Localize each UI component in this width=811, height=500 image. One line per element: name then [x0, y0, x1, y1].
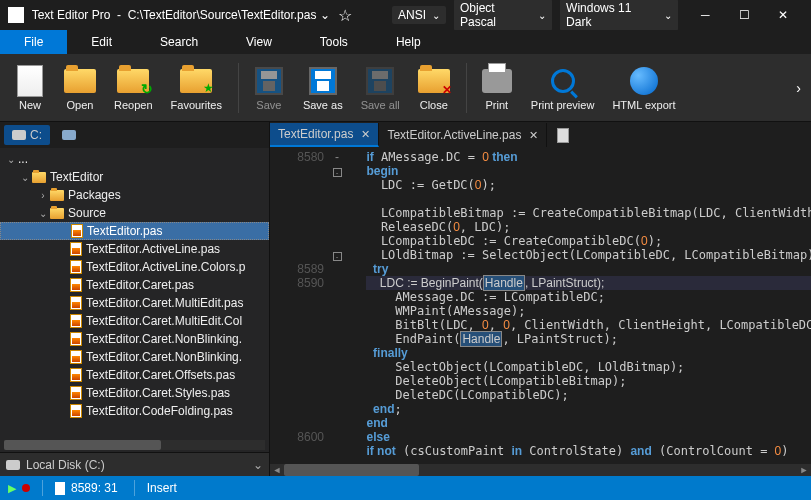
pascal-file-icon: [71, 224, 83, 238]
folder-icon: [50, 208, 64, 219]
tree-file[interactable]: TextEditor.pas: [0, 222, 269, 240]
save-all-icon: [366, 67, 394, 95]
save-as-button[interactable]: Save as: [295, 63, 351, 113]
folder-open-icon: [64, 69, 96, 93]
app-title: Text Editor Pro - C:\TextEditor\Source\T…: [32, 8, 317, 22]
tree-file[interactable]: TextEditor.Caret.pas: [0, 276, 269, 294]
tree-file[interactable]: TextEditor.CodeFolding.pas: [0, 402, 269, 420]
folder-icon: [50, 190, 64, 201]
editor-tab-2[interactable]: TextEditor.ActiveLine.pas✕: [379, 123, 547, 147]
globe-icon: [630, 67, 658, 95]
drive-bar[interactable]: Local Disk (C:) ⌄: [0, 452, 269, 476]
print-button[interactable]: Print: [473, 63, 521, 113]
maximize-button[interactable]: ☐: [725, 0, 764, 30]
new-page-icon: [557, 128, 569, 143]
menu-search[interactable]: Search: [136, 30, 222, 54]
tree-file[interactable]: TextEditor.Caret.MultiEdit.Col: [0, 312, 269, 330]
code-editor[interactable]: 8580 85898590 8600 -- - if AMessage.DC =…: [270, 148, 811, 476]
printer-icon: [482, 69, 512, 93]
other-tab[interactable]: [54, 127, 88, 143]
html-export-button[interactable]: HTML export: [604, 63, 683, 113]
folder-close-icon: [418, 69, 450, 93]
save-icon: [255, 67, 283, 95]
pascal-file-icon: [70, 350, 82, 364]
record-icon[interactable]: [22, 484, 30, 492]
tree-file[interactable]: TextEditor.ActiveLine.Colors.p: [0, 258, 269, 276]
pascal-file-icon: [70, 332, 82, 346]
favourites-button[interactable]: Favourites: [163, 63, 230, 113]
editor-tabs: TextEditor.pas✕ TextEditor.ActiveLine.pa…: [270, 122, 811, 148]
code-area[interactable]: if AMessage.DC = 0 then begin LDC := Get…: [344, 148, 811, 476]
chevron-down-icon[interactable]: ⌄: [253, 458, 263, 472]
menubar: File Edit Search View Tools Help: [0, 30, 811, 54]
tree-folder-source[interactable]: ⌄Source: [0, 204, 269, 222]
save-button: Save: [245, 63, 293, 113]
ribbon: New Open Reopen Favourites Save Save as …: [0, 54, 811, 122]
side-tabs: C:: [0, 122, 269, 148]
tree-folder-root[interactable]: ⌄TextEditor: [0, 168, 269, 186]
statusbar: ▶ 8589: 31 Insert: [0, 476, 811, 500]
favourite-star-icon[interactable]: ☆: [338, 6, 352, 25]
file-tree[interactable]: ⌄... ⌄TextEditor ›Packages ⌄Source TextE…: [0, 148, 269, 452]
open-button[interactable]: Open: [56, 63, 104, 113]
tree-file[interactable]: TextEditor.Caret.NonBlinking.: [0, 330, 269, 348]
close-tab-icon[interactable]: ✕: [529, 129, 538, 142]
print-preview-button[interactable]: Print preview: [523, 63, 603, 113]
menu-tools[interactable]: Tools: [296, 30, 372, 54]
minimize-button[interactable]: ─: [686, 0, 725, 30]
pascal-file-icon: [70, 368, 82, 382]
close-tab-icon[interactable]: ✕: [361, 128, 370, 141]
page-icon: [55, 482, 65, 495]
pascal-file-icon: [70, 314, 82, 328]
editor-tab-1[interactable]: TextEditor.pas✕: [270, 123, 379, 147]
pascal-file-icon: [70, 242, 82, 256]
panel-icon: [62, 130, 76, 140]
titlebar: Text Editor Pro - C:\TextEditor\Source\T…: [0, 0, 811, 30]
menu-file[interactable]: File: [0, 30, 67, 54]
new-file-icon: [17, 65, 43, 97]
pascal-file-icon: [70, 386, 82, 400]
side-panel: C: ⌄... ⌄TextEditor ›Packages ⌄Source Te…: [0, 122, 270, 476]
drive-icon: [6, 460, 20, 470]
drive-icon: [12, 130, 26, 140]
pascal-file-icon: [70, 260, 82, 274]
save-all-button: Save all: [353, 63, 408, 113]
save-as-icon: [309, 67, 337, 95]
menu-edit[interactable]: Edit: [67, 30, 136, 54]
tree-file[interactable]: TextEditor.Caret.Styles.pas: [0, 384, 269, 402]
tree-root-sep[interactable]: ⌄...: [0, 150, 269, 168]
tree-file[interactable]: TextEditor.Caret.NonBlinking.: [0, 348, 269, 366]
app-icon: [8, 7, 24, 23]
encoding-combo[interactable]: ANSI⌄: [392, 6, 446, 24]
tree-hscroll[interactable]: [4, 440, 265, 450]
language-combo[interactable]: Object Pascal⌄: [454, 0, 552, 31]
tree-file[interactable]: TextEditor.Caret.MultiEdit.pas: [0, 294, 269, 312]
drive-tab[interactable]: C:: [4, 125, 50, 145]
fold-column[interactable]: -- -: [330, 148, 344, 476]
status-position: 8589: 31: [55, 481, 118, 495]
folder-reopen-icon: [117, 69, 149, 93]
new-tab-button[interactable]: [553, 125, 573, 145]
line-gutter: 8580 85898590 8600: [270, 148, 330, 476]
menu-help[interactable]: Help: [372, 30, 445, 54]
ribbon-overflow[interactable]: ›: [792, 80, 805, 96]
play-icon[interactable]: ▶: [8, 482, 16, 495]
tree-file[interactable]: TextEditor.Caret.Offsets.pas: [0, 366, 269, 384]
editor-panel: TextEditor.pas✕ TextEditor.ActiveLine.pa…: [270, 122, 811, 476]
menu-view[interactable]: View: [222, 30, 296, 54]
folder-icon: [32, 172, 46, 183]
status-mode: Insert: [147, 481, 177, 495]
editor-hscroll[interactable]: ◄►: [270, 464, 811, 476]
tree-folder-packages[interactable]: ›Packages: [0, 186, 269, 204]
tree-file[interactable]: TextEditor.ActiveLine.pas: [0, 240, 269, 258]
pascal-file-icon: [70, 278, 82, 292]
theme-combo[interactable]: Windows 11 Dark⌄: [560, 0, 678, 31]
pascal-file-icon: [70, 296, 82, 310]
close-file-button[interactable]: Close: [410, 63, 458, 113]
new-button[interactable]: New: [6, 63, 54, 113]
reopen-button[interactable]: Reopen: [106, 63, 161, 113]
close-button[interactable]: ✕: [764, 0, 803, 30]
magnifier-icon: [551, 69, 575, 93]
folder-star-icon: [180, 69, 212, 93]
title-dropdown[interactable]: ⌄: [320, 8, 330, 22]
